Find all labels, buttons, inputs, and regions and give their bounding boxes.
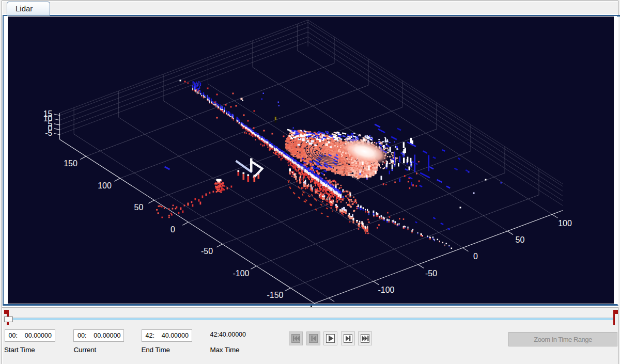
svg-text:150: 150 — [64, 159, 78, 167]
svg-text:0: 0 — [171, 225, 175, 233]
svg-text:-100: -100 — [378, 285, 394, 294]
svg-text:15: 15 — [43, 109, 52, 118]
svg-text:0: 0 — [473, 251, 478, 260]
svg-text:-150: -150 — [267, 290, 283, 299]
svg-text:-50: -50 — [200, 246, 212, 255]
svg-text:-100: -100 — [233, 268, 249, 277]
svg-text:100: 100 — [98, 181, 112, 189]
svg-text:50: 50 — [515, 235, 524, 244]
svg-text:50: 50 — [134, 202, 143, 211]
svg-text:-50: -50 — [425, 268, 437, 277]
svg-text:100: 100 — [558, 218, 572, 227]
